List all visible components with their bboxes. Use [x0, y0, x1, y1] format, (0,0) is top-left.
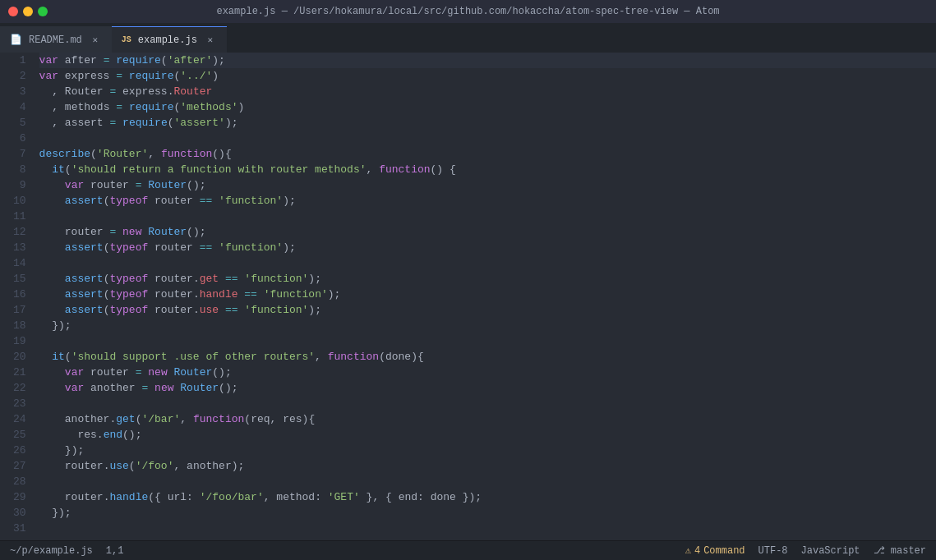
branch-name: master [891, 545, 926, 557]
cursor-position: 1,1 [106, 545, 124, 557]
tab-example-js[interactable]: JS example.js ✕ [112, 26, 227, 53]
branch-indicator[interactable]: ⎇ master [874, 544, 926, 557]
code-line-29: router.handle({ url: '/foo/bar', method:… [39, 489, 936, 505]
code-line-11 [39, 209, 936, 224]
tab-readme-label: README.md [29, 34, 82, 46]
warning-label: Command [703, 545, 745, 557]
tab-readme[interactable]: 📄 README.md ✕ [0, 26, 112, 53]
code-line-22: var another = new Router(); [39, 380, 936, 396]
readme-icon: 📄 [10, 34, 22, 46]
code-line-10: assert(typeof router == 'function'); [39, 193, 936, 209]
code-line-12: router = new Router(); [39, 224, 936, 240]
code-line-24: another.get('/bar', function(req, res){ [39, 411, 936, 427]
code-line-16: assert(typeof router.handle == 'function… [39, 287, 936, 302]
statusbar: ~/p/example.js 1,1 ⚠ 4 Command UTF-8 Jav… [0, 540, 936, 560]
code-line-14 [39, 255, 936, 271]
code-line-15: assert(typeof router.get == 'function'); [39, 271, 936, 287]
filepath: ~/p/example.js [10, 545, 93, 557]
code-line-17: assert(typeof router.use == 'function'); [39, 302, 936, 318]
code-line-23 [39, 396, 936, 411]
statusbar-right: ⚠ 4 Command UTF-8 JavaScript ⎇ master [685, 544, 926, 557]
code-line-7: describe('Router', function(){ [39, 146, 936, 162]
warning-icon: ⚠ [685, 544, 691, 557]
code-line-5: , assert = require('assert'); [39, 115, 936, 131]
statusbar-left: ~/p/example.js 1,1 [10, 545, 123, 557]
window-title: example.js — /Users/hokamura/local/src/g… [216, 6, 719, 17]
code-line-18: }); [39, 318, 936, 333]
code-line-31 [39, 521, 936, 536]
code-line-4: , methods = require('methods') [39, 99, 936, 115]
code-line-2: var express = require('../') [39, 68, 936, 84]
code-area[interactable]: var after = require('after'); var expres… [36, 53, 936, 540]
code-line-25: res.end(); [39, 427, 936, 443]
warning-count: 4 [694, 545, 700, 557]
tabbar: 📄 README.md ✕ JS example.js ✕ [0, 23, 936, 53]
code-line-6 [39, 131, 936, 146]
code-line-19 [39, 333, 936, 349]
code-line-28 [39, 474, 936, 489]
code-line-13: assert(typeof router == 'function'); [39, 240, 936, 255]
branch-icon: ⎇ [874, 545, 885, 557]
tab-examplejs-label: example.js [138, 34, 197, 46]
code-line-21: var router = new Router(); [39, 365, 936, 380]
warning-indicator[interactable]: ⚠ 4 Command [685, 544, 745, 557]
encoding[interactable]: UTF-8 [758, 545, 788, 557]
titlebar: example.js — /Users/hokamura/local/src/g… [0, 0, 936, 23]
minimize-button[interactable] [23, 7, 33, 16]
language[interactable]: JavaScript [801, 545, 860, 557]
code-line-1: var after = require('after'); [39, 53, 936, 68]
line-numbers: 12345 678910 1112131415 1617181920 21222… [0, 53, 36, 540]
tab-examplejs-close[interactable]: ✕ [204, 34, 217, 47]
editor[interactable]: 12345 678910 1112131415 1617181920 21222… [0, 53, 936, 540]
code-line-3: , Router = express.Router [39, 84, 936, 99]
code-line-20: it('should support .use of other routers… [39, 349, 936, 365]
traffic-lights [8, 7, 48, 16]
code-line-8: it('should return a function with router… [39, 162, 936, 177]
code-line-27: router.use('/foo', another); [39, 458, 936, 474]
maximize-button[interactable] [38, 7, 48, 16]
close-button[interactable] [8, 7, 18, 16]
js-icon: JS [122, 35, 131, 44]
code-line-9: var router = Router(); [39, 177, 936, 193]
code-line-26: }); [39, 443, 936, 458]
code-line-30: }); [39, 505, 936, 521]
tab-readme-close[interactable]: ✕ [89, 34, 102, 47]
